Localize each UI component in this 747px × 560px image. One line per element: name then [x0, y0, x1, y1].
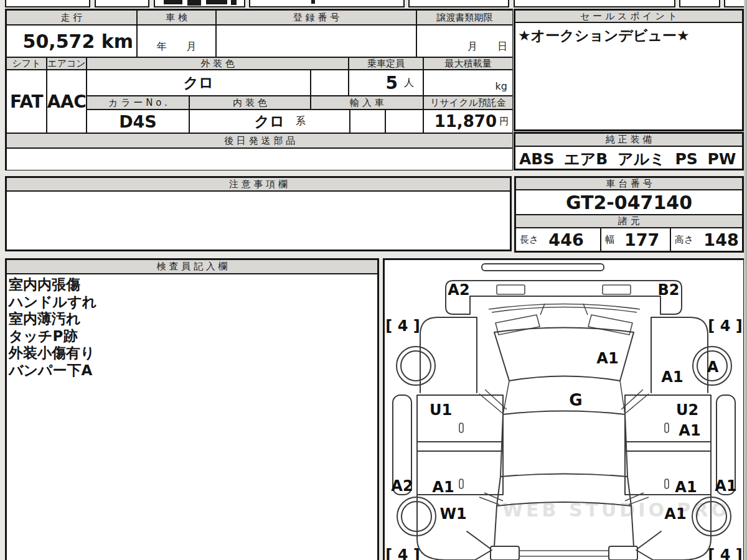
mileage-value: 50,572 km — [7, 26, 138, 58]
taillight-left-shape — [491, 546, 519, 560]
inspector-box: 検 査 員 記 入 欄 室内内張傷ハンドルすれ室内薄汚れタッチP跡外装小傷有りバ… — [5, 258, 379, 560]
exterior-color-sub-cell — [311, 70, 349, 96]
color-no-value: D4S — [87, 110, 190, 134]
capacity-unit: 人 — [404, 77, 414, 90]
max-load-header: 最大積載量 — [424, 58, 512, 70]
damage-code-label: B2 — [658, 281, 680, 299]
capacity-value: 5 人 — [349, 70, 424, 96]
later-parts-value — [7, 149, 512, 170]
scan-edge-shade — [744, 0, 747, 560]
width-value: 177 — [624, 230, 659, 250]
registration-value — [217, 26, 417, 58]
import-header: 輸 入 車 — [311, 96, 424, 110]
door-handle-icon — [459, 423, 463, 432]
interior-color-header: 内 装 色 — [190, 96, 311, 110]
chassis-header: 車 台 番 号 — [516, 178, 742, 190]
mileage-header: 走 行 — [7, 11, 138, 26]
recycle-deposit-unit: 円 — [499, 116, 509, 128]
shift-header: シフト — [7, 58, 47, 70]
specs-header: 諸 元 — [516, 215, 742, 228]
damage-code-label: A1 — [715, 477, 736, 495]
transfer-deadline-value: 月 日 — [417, 26, 512, 58]
capacity-number: 5 — [386, 73, 398, 93]
cutoff-cell — [724, 0, 745, 7]
cutoff-cell — [249, 0, 405, 7]
shift-value: FAT — [7, 70, 47, 134]
sales-point-header: セ ー ル ス ポ イ ン ト — [515, 11, 742, 23]
equipment-header: 純 正 装 備 — [515, 134, 742, 147]
damage-code-label: [ 4 ] — [385, 317, 420, 335]
front-bumper-shape — [482, 264, 604, 271]
damage-code-label: A1 — [432, 478, 454, 496]
damage-code-label: A1 — [675, 478, 697, 496]
cutoff-cell — [514, 0, 675, 7]
later-parts-header: 後 日 発 送 部 品 — [7, 134, 512, 149]
damage-code-label: G — [569, 391, 582, 409]
damage-code-label: W1 — [439, 505, 466, 523]
front-left-fender-shape — [420, 317, 477, 393]
headlight-right-shape — [603, 285, 631, 294]
max-load-value: kg — [424, 70, 512, 96]
interior-color-name: クロ — [254, 111, 284, 131]
cutoff-cell — [154, 0, 245, 7]
spec-width: 幅 177 — [601, 228, 671, 251]
damage-code-label: [ 4 ] — [708, 317, 742, 335]
inspector-note-line: 室内内張傷 — [7, 276, 377, 294]
door-handle-icon — [665, 479, 669, 488]
text-fragment — [187, 0, 201, 6]
inspector-header: 検 査 員 記 入 欄 — [7, 260, 377, 274]
height-label: 高さ — [671, 234, 693, 246]
spec-height: 高さ 148 — [671, 228, 742, 251]
registration-header: 登 録 番 号 — [217, 11, 417, 26]
damage-code-label: U2 — [676, 401, 698, 419]
hood-shape — [446, 281, 682, 314]
wheel-front-left — [397, 347, 435, 385]
sales-point-value: ★オークションデビュー★ — [515, 23, 747, 49]
equipment-box: 純 正 装 備 ABS エアB アルミ PS PW — [514, 132, 744, 170]
inspector-lines: 室内内張傷ハンドルすれ室内薄汚れタッチP跡外装小傷有りバンパー下A — [7, 276, 377, 379]
recycle-deposit-header: リサイクル預託金 — [424, 96, 512, 110]
damage-code-label: A1 — [664, 505, 686, 523]
shaken-header: 車 検 — [138, 11, 217, 26]
cutoff-cell — [408, 0, 509, 7]
damage-code-label: A1 — [661, 368, 683, 386]
length-label: 長さ — [516, 234, 538, 246]
interior-color-suffix: 系 — [296, 115, 306, 128]
inspector-note-line: バンパー下A — [7, 362, 377, 380]
text-fragment — [231, 0, 237, 5]
cutoff-cell — [5, 0, 90, 7]
damage-code-label: A1 — [679, 422, 700, 439]
cutoff-cell — [679, 0, 720, 7]
exterior-color-header: 外 装 色 — [87, 58, 349, 70]
door-handle-icon — [459, 479, 463, 488]
equipment-value: ABS エアB アルミ PS PW — [515, 147, 747, 171]
headlight-left-shape — [497, 285, 525, 294]
damage-code-label: [ 4 ] — [385, 546, 420, 560]
height-value: 148 — [703, 230, 738, 250]
aircon-header: エアコン — [47, 58, 87, 70]
auction-sheet: 走 行 車 検 登 録 番 号 譲渡書類期限 50,572 km 年 月 月 日… — [0, 0, 747, 560]
interior-color-value: クロ 系 — [190, 110, 350, 134]
inspector-note-line: 室内薄汚れ — [7, 310, 377, 328]
color-no-header: カ ラ ー N o . — [87, 96, 190, 110]
damage-code-label: [ 4 ] — [708, 546, 742, 560]
notes-box: 注 意 事 項 欄 — [5, 176, 512, 251]
import-sub-cell — [350, 110, 386, 134]
spec-length: 長さ 446 — [516, 228, 601, 251]
rear-left-fender-shape — [417, 495, 492, 560]
exterior-color-value: クロ — [87, 70, 311, 96]
recycle-deposit-value: 11,870 円 — [424, 110, 512, 134]
shaken-value: 年 月 — [138, 26, 217, 58]
notes-body — [7, 192, 510, 250]
transfer-deadline-header: 譲渡書類期限 — [417, 11, 512, 26]
length-value: 446 — [548, 230, 583, 250]
chassis-spec-box: 車 台 番 号 GT2-047140 諸 元 長さ 446 幅 177 高さ 1… — [514, 176, 744, 253]
damage-code-label: A — [707, 358, 719, 376]
import-sub-cell — [386, 110, 424, 134]
recycle-deposit-number: 11,870 — [435, 112, 497, 131]
wiper-link-shape — [540, 304, 588, 315]
rear-bumper-lines — [519, 551, 609, 556]
car-top-view-diagram: WEB STUDIO PRO — [385, 260, 743, 560]
damage-code-label: U1 — [430, 401, 452, 419]
vehicle-spec-table: 走 行 車 検 登 録 番 号 譲渡書類期限 50,572 km 年 月 月 日… — [5, 9, 513, 170]
